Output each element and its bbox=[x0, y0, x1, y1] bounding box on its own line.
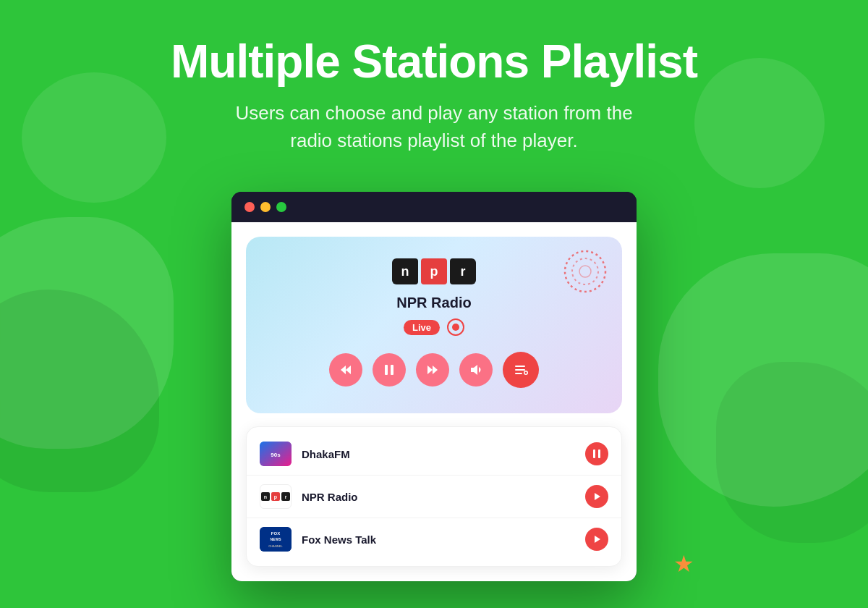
playlist-section: 90s DhakaFM n bbox=[246, 426, 622, 567]
traffic-light-red[interactable] bbox=[244, 202, 255, 212]
page-subtitle: Users can choose and play any station fr… bbox=[0, 100, 868, 154]
forward-button[interactable] bbox=[416, 353, 449, 387]
playlist-card: 90s DhakaFM n bbox=[246, 426, 622, 567]
player-area: n p r NPR Radio Live bbox=[231, 222, 637, 581]
traffic-light-yellow[interactable] bbox=[260, 202, 271, 212]
volume-button[interactable] bbox=[459, 353, 493, 387]
npr-letter-r: r bbox=[450, 258, 476, 284]
svg-rect-12 bbox=[593, 449, 595, 458]
pause-button[interactable] bbox=[373, 353, 406, 387]
live-badge: Live bbox=[404, 320, 440, 335]
svg-point-9 bbox=[525, 372, 527, 374]
svg-point-0 bbox=[565, 251, 605, 292]
bg-blob-4 bbox=[716, 362, 868, 543]
svg-point-1 bbox=[572, 258, 598, 284]
npr-radio-logo: n p r bbox=[260, 484, 292, 509]
npr-logo: n p r bbox=[392, 258, 476, 284]
dhaka-fm-label: DhakaFM bbox=[302, 448, 575, 460]
npr-letter-n: n bbox=[392, 258, 418, 284]
svg-text:FOX: FOX bbox=[271, 531, 280, 536]
svg-rect-4 bbox=[391, 365, 393, 375]
record-dot-icon bbox=[452, 324, 459, 331]
playlist-button[interactable] bbox=[503, 352, 539, 388]
npr-play-button[interactable] bbox=[585, 485, 608, 508]
spiral-decoration bbox=[562, 248, 609, 298]
current-station-name: NPR Radio bbox=[268, 295, 600, 311]
now-playing-card: n p r NPR Radio Live bbox=[246, 237, 622, 413]
star-salmon-icon: ★ bbox=[673, 550, 694, 578]
npr-letter-p: p bbox=[421, 258, 447, 284]
npr-radio-label: NPR Radio bbox=[302, 491, 575, 503]
svg-rect-13 bbox=[598, 449, 600, 458]
svg-rect-7 bbox=[515, 373, 522, 374]
playback-controls bbox=[268, 352, 600, 388]
list-item[interactable]: FOX NEWS CHANNEL Fox News Talk bbox=[247, 518, 621, 560]
fox-news-logo: FOX NEWS CHANNEL bbox=[260, 527, 292, 552]
svg-rect-5 bbox=[515, 366, 525, 367]
svg-rect-6 bbox=[515, 369, 525, 371]
live-badge-row: Live bbox=[268, 318, 600, 336]
page-title: Multiple Stations Playlist bbox=[0, 36, 868, 87]
list-item[interactable]: n p r NPR Radio bbox=[247, 475, 621, 518]
list-item[interactable]: 90s DhakaFM bbox=[247, 433, 621, 475]
dhaka-pause-button[interactable] bbox=[585, 442, 608, 465]
fox-news-talk-label: Fox News Talk bbox=[302, 533, 575, 546]
svg-rect-3 bbox=[385, 365, 388, 375]
page-header: Multiple Stations Playlist Users can cho… bbox=[0, 0, 868, 155]
dhaka-fm-logo: 90s bbox=[260, 442, 292, 466]
record-button[interactable] bbox=[447, 318, 464, 336]
svg-text:NEWS: NEWS bbox=[271, 537, 282, 541]
browser-window: n p r NPR Radio Live bbox=[231, 192, 637, 581]
browser-titlebar bbox=[231, 192, 637, 222]
traffic-light-green[interactable] bbox=[276, 202, 286, 212]
svg-text:90s: 90s bbox=[271, 452, 281, 458]
fox-play-button[interactable] bbox=[585, 528, 608, 551]
svg-point-2 bbox=[579, 266, 591, 277]
svg-text:CHANNEL: CHANNEL bbox=[268, 544, 283, 548]
rewind-button[interactable] bbox=[329, 353, 362, 387]
